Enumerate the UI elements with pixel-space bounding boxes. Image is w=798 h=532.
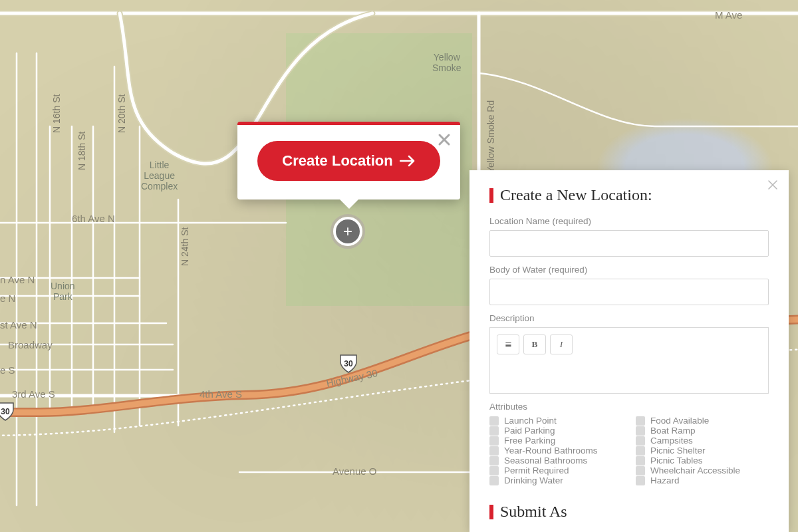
chk-label: Campsites xyxy=(650,436,693,446)
attr-checkbox[interactable]: Picnic Shelter xyxy=(636,446,769,456)
create-location-panel: Create a New Location: Location Name (re… xyxy=(469,170,789,532)
chk-label: Year-Round Bathrooms xyxy=(504,446,598,456)
road-label: e S xyxy=(0,364,15,376)
checkbox-icon xyxy=(489,476,499,485)
t: Yellow xyxy=(434,52,460,63)
t: Little xyxy=(150,160,170,170)
t: Park xyxy=(53,291,72,302)
attr-checkbox[interactable]: Launch Point xyxy=(489,416,622,426)
chk-label: Launch Point xyxy=(504,416,557,426)
checkbox-icon xyxy=(489,416,499,426)
list-icon: ≣ xyxy=(505,339,512,350)
panel-title: Create a New Location: xyxy=(489,186,769,204)
road-label: M Ave xyxy=(715,9,742,21)
arrow-right-icon xyxy=(400,155,416,167)
feature-label: Union Park xyxy=(51,281,75,302)
road-label: 6th Ave N xyxy=(72,213,115,224)
checkbox-icon xyxy=(636,456,645,466)
road-label: 4th Ave S xyxy=(200,388,242,400)
t: Submit As xyxy=(500,503,567,521)
road-label: e N xyxy=(0,293,15,304)
attr-checkbox[interactable]: Year-Round Bathrooms xyxy=(489,446,622,456)
chk-label: Drinking Water xyxy=(504,475,563,485)
road-label: Yellow Smoke Rd xyxy=(485,100,496,173)
t: Union xyxy=(51,281,75,291)
checkbox-icon xyxy=(636,476,645,485)
checkbox-icon xyxy=(489,456,499,466)
t: Complex xyxy=(141,181,178,192)
road-label: Broadway xyxy=(8,339,53,350)
chk-label: Permit Required xyxy=(504,466,569,475)
shield-number: 30 xyxy=(0,402,15,422)
attributes-grid: Launch Point Paid Parking Free Parking Y… xyxy=(489,416,769,485)
checkbox-icon xyxy=(489,466,499,475)
body-of-water-label: Body of Water (required) xyxy=(489,265,769,275)
attr-checkbox[interactable]: Free Parking xyxy=(489,436,622,446)
feature-label: Little League Complex xyxy=(141,160,178,192)
checkbox-icon xyxy=(636,416,645,426)
bold-button[interactable]: B xyxy=(523,334,546,354)
location-name-input[interactable] xyxy=(489,230,769,257)
attributes-label: Attributes xyxy=(489,402,769,412)
road-label: N 24th St xyxy=(180,227,190,266)
highway-shield: 30 xyxy=(0,402,15,422)
map-viewport[interactable]: M Ave Yellow Smoke Yellow Smoke Rd Littl… xyxy=(0,0,798,532)
checkbox-icon xyxy=(636,436,645,446)
create-location-button[interactable]: Create Location xyxy=(257,141,440,181)
chk-label: Picnic Tables xyxy=(650,456,703,466)
road-label: N 18th St xyxy=(76,132,87,170)
checkbox-icon xyxy=(489,426,499,436)
submit-as-title: Submit As xyxy=(489,503,769,521)
bold-icon: B xyxy=(532,339,538,350)
attr-checkbox[interactable]: Permit Required xyxy=(489,466,622,475)
shield-number: 30 xyxy=(339,354,358,374)
highway-shield: 30 xyxy=(339,354,358,374)
plus-icon xyxy=(336,219,360,243)
road-label: st Ave N xyxy=(0,319,37,331)
close-icon[interactable] xyxy=(438,133,451,149)
dropped-pin[interactable] xyxy=(331,214,365,249)
attr-checkbox[interactable]: Drinking Water xyxy=(489,475,622,485)
chk-label: Hazard xyxy=(650,475,680,485)
attr-checkbox[interactable]: Seasonal Bathrooms xyxy=(489,456,622,466)
attr-checkbox[interactable]: Paid Parking xyxy=(489,426,622,436)
chk-label: Wheelchair Accessible xyxy=(650,466,740,475)
road-label: N 20th St xyxy=(116,94,127,133)
attr-checkbox[interactable]: Picnic Tables xyxy=(636,456,769,466)
checkbox-icon xyxy=(636,426,645,436)
attr-checkbox[interactable]: Campsites xyxy=(636,436,769,446)
chk-label: Food Available xyxy=(650,416,709,426)
t: League xyxy=(144,170,175,181)
create-location-popover: Create Location xyxy=(237,122,460,200)
checkbox-icon xyxy=(636,466,645,475)
description-editor[interactable]: ≣ B I xyxy=(489,327,769,394)
checkbox-icon xyxy=(489,436,499,446)
body-of-water-input[interactable] xyxy=(489,279,769,305)
road-label: n Ave N xyxy=(0,274,35,285)
close-icon[interactable] xyxy=(767,180,778,193)
attr-checkbox[interactable]: Food Available xyxy=(636,416,769,426)
chk-label: Seasonal Bathrooms xyxy=(504,456,587,466)
road-label: Avenue O xyxy=(332,466,376,477)
chk-label: Picnic Shelter xyxy=(650,446,706,456)
location-name-label: Location Name (required) xyxy=(489,216,769,226)
attr-checkbox[interactable]: Wheelchair Accessible xyxy=(636,466,769,475)
editor-toolbar: ≣ B I xyxy=(497,334,761,354)
create-location-label: Create Location xyxy=(282,152,392,170)
chk-label: Paid Parking xyxy=(504,426,555,436)
description-label: Description xyxy=(489,313,769,323)
feature-label: Yellow Smoke xyxy=(432,52,462,73)
list-button[interactable]: ≣ xyxy=(497,334,519,354)
t: Smoke xyxy=(432,63,462,73)
t: Create a New Location: xyxy=(500,186,652,204)
attr-checkbox[interactable]: Hazard xyxy=(636,475,769,485)
italic-button[interactable]: I xyxy=(550,334,573,354)
checkbox-icon xyxy=(489,446,499,456)
italic-icon: I xyxy=(560,339,563,350)
attr-checkbox[interactable]: Boat Ramp xyxy=(636,426,769,436)
chk-label: Boat Ramp xyxy=(650,426,696,436)
road-label: 3rd Ave S xyxy=(12,388,55,400)
road-label: N 16th St xyxy=(51,94,62,133)
chk-label: Free Parking xyxy=(504,436,555,446)
checkbox-icon xyxy=(636,446,645,456)
